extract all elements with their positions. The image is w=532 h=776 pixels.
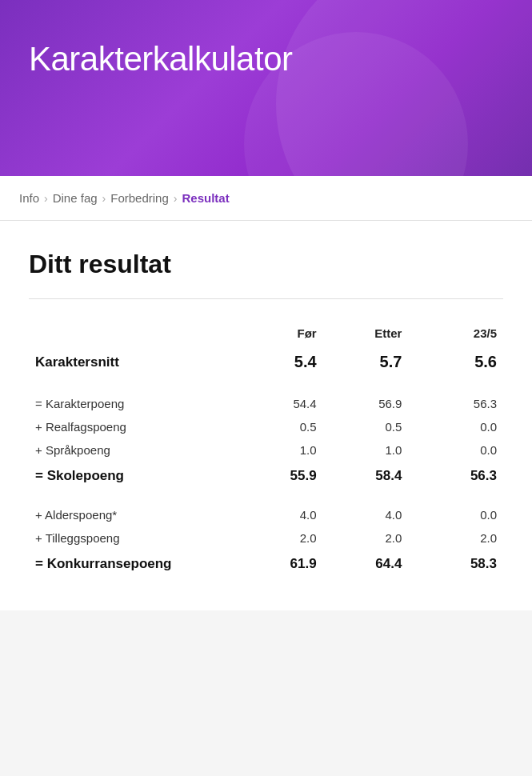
spacer-row-1 [29, 379, 503, 392]
col-header-label [29, 322, 238, 345]
breadcrumb-nav: Info › Dine fag › Forbedring › Resultat [0, 176, 532, 221]
realfagspoeng-dato: 0.0 [408, 415, 503, 438]
breadcrumb-resultat[interactable]: Resultat [182, 191, 229, 205]
section-title: Ditt resultat [29, 250, 503, 279]
skolepoeng-for: 55.9 [238, 462, 323, 490]
alderspoeng-label: + Alderspoeng* [29, 503, 238, 526]
row-karakterpoeng: = Karakterpoeng 54.4 56.9 56.3 [29, 392, 503, 415]
karaktersnitt-for: 5.4 [238, 345, 323, 379]
karaktersnitt-etter: 5.7 [323, 345, 409, 379]
chevron-icon-1: › [44, 192, 48, 205]
realfagspoeng-for: 0.5 [238, 415, 323, 438]
spacer-row-2 [29, 490, 503, 503]
konkurransepoeng-label: = Konkurransepoeng [29, 550, 238, 578]
alderspoeng-for: 4.0 [238, 503, 323, 526]
karaktersnitt-label: Karaktersnitt [29, 345, 238, 379]
results-table: Før Etter 23/5 Karaktersnitt 5.4 5.7 5.6… [29, 322, 503, 578]
breadcrumb-info[interactable]: Info [19, 191, 39, 205]
karaktersnitt-dato: 5.6 [408, 345, 503, 379]
konkurransepoeng-etter: 64.4 [323, 550, 409, 578]
col-header-etter: Etter [323, 322, 409, 345]
sprakpoeng-for: 1.0 [238, 438, 323, 462]
skolepoeng-etter: 58.4 [323, 462, 409, 490]
col-header-for: Før [238, 322, 323, 345]
karakterpoeng-etter: 56.9 [323, 392, 409, 415]
karakterpoeng-label: = Karakterpoeng [29, 392, 238, 415]
tilleggspoeng-etter: 2.0 [323, 526, 409, 550]
col-header-dato: 23/5 [408, 322, 503, 345]
row-karaktersnitt: Karaktersnitt 5.4 5.7 5.6 [29, 345, 503, 379]
header: Karakterkalkulator [0, 0, 532, 176]
realfagspoeng-etter: 0.5 [323, 415, 409, 438]
tilleggspoeng-for: 2.0 [238, 526, 323, 550]
sprakpoeng-etter: 1.0 [323, 438, 409, 462]
row-alderspoeng: + Alderspoeng* 4.0 4.0 0.0 [29, 503, 503, 526]
table-header-row: Før Etter 23/5 [29, 322, 503, 345]
karakterpoeng-for: 54.4 [238, 392, 323, 415]
sprakpoeng-label: + Språkpoeng [29, 438, 238, 462]
row-realfagspoeng: + Realfagspoeng 0.5 0.5 0.0 [29, 415, 503, 438]
main-content: Ditt resultat Før Etter 23/5 Karaktersni… [0, 221, 532, 610]
row-skolepoeng: = Skolepoeng 55.9 58.4 56.3 [29, 462, 503, 490]
skolepoeng-dato: 56.3 [408, 462, 503, 490]
section-divider [29, 298, 503, 299]
tilleggspoeng-label: + Tilleggspoeng [29, 526, 238, 550]
app-title: Karakterkalkulator [29, 40, 503, 78]
skolepoeng-label: = Skolepoeng [29, 462, 238, 490]
chevron-icon-2: › [102, 192, 106, 205]
breadcrumb-dine-fag[interactable]: Dine fag [53, 191, 98, 205]
row-konkurransepoeng: = Konkurransepoeng 61.9 64.4 58.3 [29, 550, 503, 578]
row-tilleggspoeng: + Tilleggspoeng 2.0 2.0 2.0 [29, 526, 503, 550]
chevron-icon-3: › [174, 192, 178, 205]
breadcrumb-forbedring[interactable]: Forbedring [110, 191, 169, 205]
karakterpoeng-dato: 56.3 [408, 392, 503, 415]
konkurransepoeng-dato: 58.3 [408, 550, 503, 578]
tilleggspoeng-dato: 2.0 [408, 526, 503, 550]
alderspoeng-dato: 0.0 [408, 503, 503, 526]
row-sprakpoeng: + Språkpoeng 1.0 1.0 0.0 [29, 438, 503, 462]
konkurransepoeng-for: 61.9 [238, 550, 323, 578]
alderspoeng-etter: 4.0 [323, 503, 409, 526]
realfagspoeng-label: + Realfagspoeng [29, 415, 238, 438]
sprakpoeng-dato: 0.0 [408, 438, 503, 462]
